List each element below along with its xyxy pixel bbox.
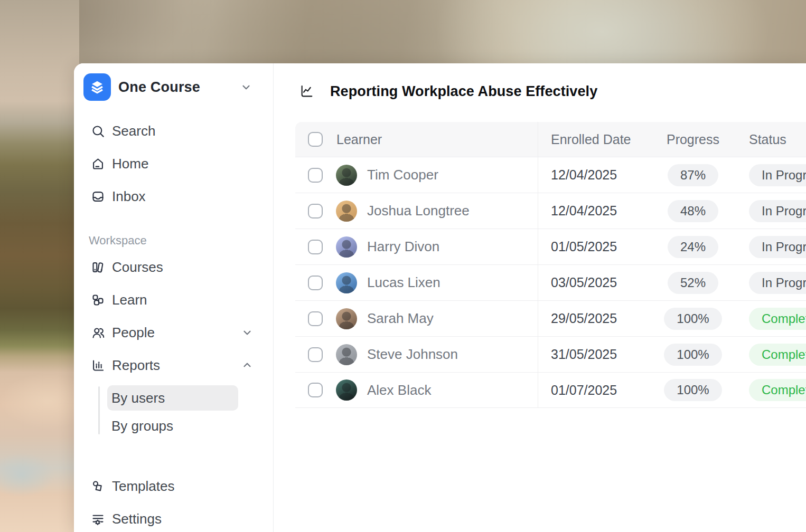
people-icon xyxy=(91,326,105,340)
row-checkbox[interactable] xyxy=(308,240,323,254)
sidebar-item-label: Learn xyxy=(112,292,273,308)
courses-icon xyxy=(91,260,105,274)
table-row[interactable]: Alex Black 01/07/2025 100% Completed xyxy=(295,372,806,408)
sidebar-item-people[interactable]: People xyxy=(74,316,273,349)
status-badge: In Progress xyxy=(749,164,806,186)
avatar xyxy=(336,165,357,186)
sidebar-item-search[interactable]: Search xyxy=(74,115,273,147)
table-row[interactable]: Steve Johnson 31/05/2025 100% Completed xyxy=(295,336,806,372)
workspace-switcher[interactable]: One Course xyxy=(83,73,264,101)
enrolled-date: 12/04/2025 xyxy=(551,203,617,218)
status-badge: In Progress xyxy=(749,236,806,258)
chevron-down-icon[interactable] xyxy=(241,327,253,338)
sidebar-item-label: Home xyxy=(112,156,273,172)
table-header: Learner Enrolled Date Progress Status xyxy=(295,122,806,157)
table-row[interactable]: Lucas Lixen 03/05/2025 52% In Progress xyxy=(295,264,806,300)
sidebar-item-by-users[interactable]: By users xyxy=(107,385,238,411)
search-icon xyxy=(91,124,105,138)
learn-icon xyxy=(91,293,105,307)
sidebar-nav-bottom: Templates Settings xyxy=(74,470,273,532)
sidebar-item-courses[interactable]: Courses xyxy=(74,251,273,283)
table-row[interactable]: Harry Divon 01/05/2025 24% In Progress xyxy=(295,229,806,264)
templates-icon xyxy=(91,479,105,493)
sidebar-item-label: Settings xyxy=(112,511,273,527)
line-chart-icon xyxy=(299,84,314,99)
sidebar-item-label: Reports xyxy=(112,357,241,374)
sidebar-item-templates[interactable]: Templates xyxy=(74,470,273,502)
column-header-progress: Progress xyxy=(667,132,719,147)
row-checkbox[interactable] xyxy=(308,204,323,218)
row-checkbox[interactable] xyxy=(308,276,323,290)
avatar xyxy=(336,272,357,293)
layers-icon xyxy=(88,78,106,96)
row-checkbox[interactable] xyxy=(308,347,323,362)
status-badge: Completed xyxy=(749,308,806,330)
main-content: Reporting Workplace Abuse Effectively Le… xyxy=(274,63,806,532)
sidebar-nav-top: Search Home Inbox xyxy=(74,115,273,213)
sidebar-item-label: Templates xyxy=(112,478,273,495)
reports-subtree: By users By groups xyxy=(74,385,273,439)
page-header: Reporting Workplace Abuse Effectively xyxy=(299,82,806,100)
learners-table: Learner Enrolled Date Progress Status Ti… xyxy=(295,122,806,408)
status-badge: In Progress xyxy=(749,200,806,222)
enrolled-date: 31/05/2025 xyxy=(551,347,617,362)
home-icon xyxy=(91,157,105,171)
sidebar-item-label: People xyxy=(112,325,241,341)
progress-badge: 100% xyxy=(664,344,721,366)
app-window: One Course Search Home Inbox xyxy=(74,63,806,532)
tree-indent-line xyxy=(98,386,100,434)
status-badge: Completed xyxy=(749,379,806,401)
sidebar-item-home[interactable]: Home xyxy=(74,147,273,180)
sub-item-label: By groups xyxy=(111,418,173,434)
settings-icon xyxy=(91,512,105,526)
learner-name: Joshua Longtree xyxy=(367,203,470,219)
page-title: Reporting Workplace Abuse Effectively xyxy=(330,83,597,100)
learner-name: Alex Black xyxy=(367,382,431,398)
sidebar-item-label: Courses xyxy=(112,259,273,276)
avatar xyxy=(336,379,357,401)
inbox-icon xyxy=(91,189,105,204)
sidebar-item-settings[interactable]: Settings xyxy=(74,502,273,532)
row-checkbox[interactable] xyxy=(308,383,323,397)
progress-badge: 48% xyxy=(668,200,718,222)
progress-badge: 87% xyxy=(668,164,718,186)
row-checkbox[interactable] xyxy=(308,311,323,326)
row-checkbox[interactable] xyxy=(308,168,323,183)
sidebar: One Course Search Home Inbox xyxy=(74,63,274,532)
select-all-checkbox[interactable] xyxy=(308,132,323,147)
chevron-down-icon[interactable] xyxy=(240,81,252,93)
avatar xyxy=(336,344,357,365)
learner-name: Lucas Lixen xyxy=(367,274,441,291)
avatar xyxy=(336,201,357,222)
progress-badge: 24% xyxy=(668,236,718,258)
learner-name: Steve Johnson xyxy=(367,346,458,363)
sidebar-item-label: Search xyxy=(112,123,273,139)
status-badge: In Progress xyxy=(749,272,806,294)
sidebar-item-by-groups[interactable]: By groups xyxy=(107,413,238,439)
column-header-learner: Learner xyxy=(336,132,382,147)
enrolled-date: 01/07/2025 xyxy=(551,383,617,398)
sidebar-item-reports[interactable]: Reports xyxy=(74,349,273,382)
background-painting-left xyxy=(0,0,79,532)
workspace-section-label: Workspace xyxy=(89,234,273,248)
table-body: Tim Cooper 12/04/2025 87% In Progress Jo… xyxy=(295,157,806,408)
sidebar-item-inbox[interactable]: Inbox xyxy=(74,180,273,213)
table-row[interactable]: Tim Cooper 12/04/2025 87% In Progress xyxy=(295,157,806,193)
avatar xyxy=(336,236,357,258)
progress-badge: 52% xyxy=(668,272,718,294)
learner-name: Harry Divon xyxy=(367,239,439,255)
avatar xyxy=(336,308,357,329)
learner-name: Sarah May xyxy=(367,310,434,327)
progress-badge: 100% xyxy=(664,379,721,401)
app-logo xyxy=(83,73,111,101)
table-row[interactable]: Sarah May 29/05/2025 100% Completed xyxy=(295,300,806,336)
sidebar-item-learn[interactable]: Learn xyxy=(74,283,273,316)
learner-name: Tim Cooper xyxy=(367,167,438,183)
enrolled-date: 29/05/2025 xyxy=(551,311,617,326)
table-row[interactable]: Joshua Longtree 12/04/2025 48% In Progre… xyxy=(295,193,806,229)
sidebar-nav-workspace: Courses Learn People Reports xyxy=(74,251,273,439)
column-header-enrolled-date: Enrolled Date xyxy=(551,132,631,147)
status-badge: Completed xyxy=(749,344,806,366)
chevron-up-icon[interactable] xyxy=(241,359,253,371)
sidebar-item-label: Inbox xyxy=(112,188,273,205)
